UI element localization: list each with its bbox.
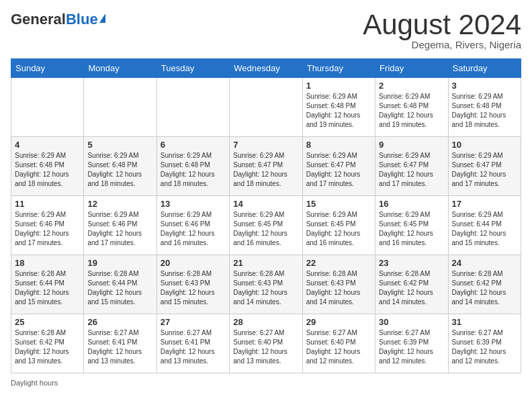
day-number: 17: [452, 199, 517, 209]
calendar-cell: 10Sunrise: 6:29 AM Sunset: 6:47 PM Dayli…: [448, 137, 521, 196]
calendar-cell: 7Sunrise: 6:29 AM Sunset: 6:47 PM Daylig…: [230, 137, 302, 196]
col-header-sunday: Sunday: [11, 59, 84, 78]
col-header-thursday: Thursday: [302, 59, 375, 78]
calendar-cell: 4Sunrise: 6:29 AM Sunset: 6:48 PM Daylig…: [11, 137, 84, 196]
calendar-cell: 18Sunrise: 6:28 AM Sunset: 6:44 PM Dayli…: [11, 255, 84, 314]
day-detail: Sunrise: 6:29 AM Sunset: 6:48 PM Dayligh…: [161, 151, 226, 189]
calendar-table: SundayMondayTuesdayWednesdayThursdayFrid…: [11, 58, 521, 373]
day-detail: Sunrise: 6:27 AM Sunset: 6:40 PM Dayligh…: [306, 328, 371, 366]
logo-triangle-icon: [99, 13, 105, 23]
day-detail: Sunrise: 6:28 AM Sunset: 6:42 PM Dayligh…: [379, 269, 444, 307]
calendar-cell: 1Sunrise: 6:29 AM Sunset: 6:48 PM Daylig…: [302, 78, 375, 137]
day-number: 26: [87, 317, 152, 327]
week-row-5: 25Sunrise: 6:28 AM Sunset: 6:42 PM Dayli…: [11, 314, 521, 373]
day-detail: Sunrise: 6:29 AM Sunset: 6:47 PM Dayligh…: [306, 151, 371, 189]
day-number: 8: [306, 140, 371, 150]
day-number: 28: [233, 317, 298, 327]
day-detail: Sunrise: 6:27 AM Sunset: 6:40 PM Dayligh…: [233, 328, 298, 366]
calendar-cell: 22Sunrise: 6:28 AM Sunset: 6:43 PM Dayli…: [302, 255, 375, 314]
day-number: 14: [233, 199, 298, 209]
day-detail: Sunrise: 6:29 AM Sunset: 6:45 PM Dayligh…: [233, 210, 298, 248]
day-detail: Sunrise: 6:29 AM Sunset: 6:47 PM Dayligh…: [233, 151, 298, 189]
week-row-1: 1Sunrise: 6:29 AM Sunset: 6:48 PM Daylig…: [11, 78, 521, 137]
week-row-4: 18Sunrise: 6:28 AM Sunset: 6:44 PM Dayli…: [11, 255, 521, 314]
calendar-cell: 28Sunrise: 6:27 AM Sunset: 6:40 PM Dayli…: [230, 314, 302, 373]
day-detail: Sunrise: 6:29 AM Sunset: 6:48 PM Dayligh…: [306, 92, 371, 130]
calendar-cell: 12Sunrise: 6:29 AM Sunset: 6:46 PM Dayli…: [84, 196, 157, 255]
col-header-wednesday: Wednesday: [230, 59, 302, 78]
calendar-cell: 30Sunrise: 6:27 AM Sunset: 6:39 PM Dayli…: [375, 314, 448, 373]
day-number: 20: [161, 258, 226, 268]
calendar-cell: 31Sunrise: 6:27 AM Sunset: 6:39 PM Dayli…: [448, 314, 521, 373]
col-header-friday: Friday: [375, 59, 448, 78]
day-number: 15: [306, 199, 371, 209]
day-number: 7: [233, 140, 298, 150]
day-number: 11: [15, 199, 80, 209]
calendar-header-row: SundayMondayTuesdayWednesdayThursdayFrid…: [11, 59, 521, 78]
calendar-cell: 27Sunrise: 6:27 AM Sunset: 6:41 PM Dayli…: [157, 314, 229, 373]
day-detail: Sunrise: 6:29 AM Sunset: 6:44 PM Dayligh…: [452, 210, 517, 248]
calendar-cell: 21Sunrise: 6:28 AM Sunset: 6:43 PM Dayli…: [230, 255, 302, 314]
day-detail: Sunrise: 6:29 AM Sunset: 6:47 PM Dayligh…: [452, 151, 517, 189]
calendar-cell: 5Sunrise: 6:29 AM Sunset: 6:48 PM Daylig…: [84, 137, 157, 196]
daylight-label: Daylight hours: [11, 379, 58, 387]
calendar-cell: 15Sunrise: 6:29 AM Sunset: 6:45 PM Dayli…: [302, 196, 375, 255]
calendar-cell: 25Sunrise: 6:28 AM Sunset: 6:42 PM Dayli…: [11, 314, 84, 373]
day-number: 1: [306, 81, 371, 91]
page-header: General B lue August 2024 Degema, Rivers…: [11, 11, 521, 50]
calendar-cell: 24Sunrise: 6:28 AM Sunset: 6:42 PM Dayli…: [448, 255, 521, 314]
day-number: 30: [379, 317, 444, 327]
calendar-cell: 29Sunrise: 6:27 AM Sunset: 6:40 PM Dayli…: [302, 314, 375, 373]
calendar-cell: [11, 78, 84, 137]
logo-blue-text: B: [66, 11, 77, 28]
calendar-cell: [157, 78, 229, 137]
month-title: August 2024: [363, 11, 521, 39]
calendar-cell: [84, 78, 157, 137]
day-number: 25: [15, 317, 80, 327]
day-detail: Sunrise: 6:27 AM Sunset: 6:41 PM Dayligh…: [161, 328, 226, 366]
day-detail: Sunrise: 6:29 AM Sunset: 6:46 PM Dayligh…: [15, 210, 80, 248]
day-detail: Sunrise: 6:28 AM Sunset: 6:43 PM Dayligh…: [161, 269, 226, 307]
calendar-cell: 9Sunrise: 6:29 AM Sunset: 6:47 PM Daylig…: [375, 137, 448, 196]
day-number: 12: [87, 199, 152, 209]
calendar-cell: 13Sunrise: 6:29 AM Sunset: 6:46 PM Dayli…: [157, 196, 229, 255]
location-text: Degema, Rivers, Nigeria: [363, 39, 521, 50]
day-number: 10: [452, 140, 517, 150]
day-number: 3: [452, 81, 517, 91]
calendar-cell: 6Sunrise: 6:29 AM Sunset: 6:48 PM Daylig…: [157, 137, 229, 196]
day-number: 13: [161, 199, 226, 209]
day-detail: Sunrise: 6:29 AM Sunset: 6:45 PM Dayligh…: [379, 210, 444, 248]
col-header-tuesday: Tuesday: [157, 59, 229, 78]
calendar-cell: 16Sunrise: 6:29 AM Sunset: 6:45 PM Dayli…: [375, 196, 448, 255]
day-detail: Sunrise: 6:29 AM Sunset: 6:48 PM Dayligh…: [87, 151, 152, 189]
day-detail: Sunrise: 6:27 AM Sunset: 6:41 PM Dayligh…: [87, 328, 152, 366]
logo: General B lue: [11, 11, 105, 28]
title-block: August 2024 Degema, Rivers, Nigeria: [363, 11, 521, 50]
day-detail: Sunrise: 6:28 AM Sunset: 6:44 PM Dayligh…: [87, 269, 152, 307]
day-number: 21: [233, 258, 298, 268]
day-number: 27: [161, 317, 226, 327]
week-row-3: 11Sunrise: 6:29 AM Sunset: 6:46 PM Dayli…: [11, 196, 521, 255]
calendar-cell: 19Sunrise: 6:28 AM Sunset: 6:44 PM Dayli…: [84, 255, 157, 314]
calendar-cell: 3Sunrise: 6:29 AM Sunset: 6:48 PM Daylig…: [448, 78, 521, 137]
day-number: 29: [306, 317, 371, 327]
day-detail: Sunrise: 6:29 AM Sunset: 6:47 PM Dayligh…: [379, 151, 444, 189]
col-header-monday: Monday: [84, 59, 157, 78]
calendar-cell: [230, 78, 302, 137]
day-detail: Sunrise: 6:29 AM Sunset: 6:45 PM Dayligh…: [306, 210, 371, 248]
day-number: 5: [87, 140, 152, 150]
logo-general-text: General: [11, 11, 66, 28]
day-number: 4: [15, 140, 80, 150]
day-detail: Sunrise: 6:28 AM Sunset: 6:43 PM Dayligh…: [306, 269, 371, 307]
day-detail: Sunrise: 6:28 AM Sunset: 6:42 PM Dayligh…: [452, 269, 517, 307]
day-detail: Sunrise: 6:28 AM Sunset: 6:44 PM Dayligh…: [15, 269, 80, 307]
day-number: 23: [379, 258, 444, 268]
day-detail: Sunrise: 6:29 AM Sunset: 6:46 PM Dayligh…: [161, 210, 226, 248]
day-number: 6: [161, 140, 226, 150]
calendar-cell: 23Sunrise: 6:28 AM Sunset: 6:42 PM Dayli…: [375, 255, 448, 314]
calendar-cell: 20Sunrise: 6:28 AM Sunset: 6:43 PM Dayli…: [157, 255, 229, 314]
logo-rest-text: lue: [77, 11, 98, 28]
day-detail: Sunrise: 6:29 AM Sunset: 6:48 PM Dayligh…: [452, 92, 517, 130]
week-row-2: 4Sunrise: 6:29 AM Sunset: 6:48 PM Daylig…: [11, 137, 521, 196]
day-number: 18: [15, 258, 80, 268]
